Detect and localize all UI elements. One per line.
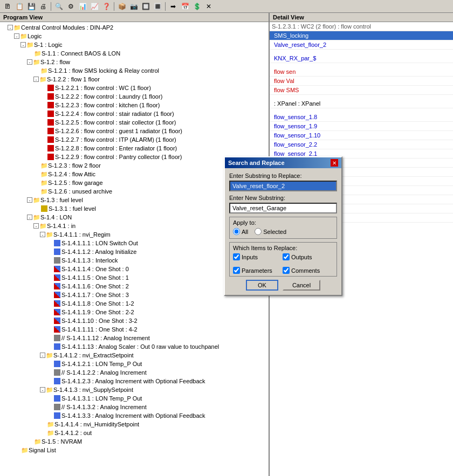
tree-item[interactable]: -📁Central Control Modules : DIN-AP2 bbox=[1, 23, 267, 32]
check-outputs-label[interactable]: Outputs bbox=[283, 253, 326, 260]
collapse-btn[interactable]: - bbox=[27, 215, 32, 220]
toolbar-icon-search[interactable]: 🔍 bbox=[53, 1, 64, 12]
tree-item[interactable]: -📁S-1 : Logic bbox=[1, 40, 267, 49]
toolbar-icon-cal[interactable]: 📅 bbox=[180, 1, 190, 12]
item-icon-blue bbox=[54, 412, 60, 419]
tree-item[interactable]: -📁S-1.4.1.2 : nvi_ExtractSetpoint bbox=[1, 351, 267, 360]
tree-item[interactable]: S-1.2.2.7 : flow control : ITP (ALARM) (… bbox=[1, 135, 267, 144]
tree-item[interactable]: // S-1.4.1.3.2 : Analog Increment bbox=[1, 403, 267, 411]
collapse-btn[interactable]: - bbox=[33, 77, 39, 82]
detail-item[interactable]: flow_sensor_1.8 bbox=[270, 113, 453, 122]
tree-item[interactable]: S-1.4.1.1.13 : Analog Scaler : Out 0 raw… bbox=[1, 342, 267, 351]
detail-header: S-1.2.3.1 : WC2 (2 floor) : flow control bbox=[270, 22, 453, 31]
tree-item[interactable]: S-1.4.1.3.3 : Analog Increment with Opti… bbox=[1, 411, 267, 420]
toolbar-icon-print[interactable]: 🖨 bbox=[38, 1, 49, 12]
tree-item[interactable]: S-1.2.2.4 : flow control : stair radiato… bbox=[1, 109, 267, 118]
detail-item[interactable]: : XPanel : XPanel bbox=[270, 99, 453, 108]
toolbar-icon-dollar[interactable]: 💲 bbox=[191, 1, 202, 12]
detail-item[interactable]: Valve_reset_floor_2 bbox=[270, 40, 453, 50]
check-comments-label[interactable]: Comments bbox=[283, 267, 326, 274]
tree-label: S-1.1 : Connect BAOS & LON bbox=[42, 50, 120, 57]
substring-input[interactable] bbox=[229, 181, 337, 191]
tree-item[interactable]: S-1.2.2.6 : flow control : guest 1 radia… bbox=[1, 127, 267, 135]
collapse-btn[interactable]: - bbox=[40, 387, 45, 392]
collapse-btn[interactable]: - bbox=[20, 42, 26, 47]
toolbar-icon-box2[interactable]: 🔳 bbox=[152, 1, 163, 12]
detail-item[interactable]: flow sen bbox=[270, 67, 453, 77]
check-inputs-label[interactable]: Inputs bbox=[233, 253, 276, 260]
tree-item[interactable]: S-1.4.1.1.11 : One Shot : 4-2 bbox=[1, 325, 267, 334]
tree-item[interactable]: S-1.4.1.2.3 : Analog Increment with Opti… bbox=[1, 377, 267, 385]
item-icon-red bbox=[47, 136, 54, 143]
tree-item[interactable]: -📁S-1.4.1.3 : nvi_SupplySetpoint bbox=[1, 385, 267, 394]
toolbar-icon-close[interactable]: ✕ bbox=[203, 1, 214, 12]
tree-item[interactable]: S-1.2.2.8 : flow control : Enter radiato… bbox=[1, 144, 267, 153]
tree-item[interactable]: S-1.4.1.1.9 : One Shot : 2-2 bbox=[1, 308, 267, 316]
collapse-btn[interactable]: - bbox=[40, 232, 45, 237]
check-outputs[interactable] bbox=[283, 253, 290, 260]
radio-selected[interactable] bbox=[255, 228, 262, 235]
substring-label: Enter Substring to Replace: bbox=[229, 173, 337, 179]
check-parameters-label[interactable]: Parameters bbox=[233, 267, 276, 274]
tree-item[interactable]: -📁S-1.2.2 : flow 1 floor bbox=[1, 75, 267, 84]
tree-item[interactable]: // S-1.4.1.2.2 : Analog Increment bbox=[1, 368, 267, 377]
tree-item[interactable]: -📁Logic bbox=[1, 32, 267, 40]
toolbar-icon-pkg[interactable]: 📦 bbox=[116, 1, 127, 12]
tree-item[interactable]: S-1.4.1.1.10 : One Shot : 3-2 bbox=[1, 316, 267, 325]
detail-item[interactable]: flow_sensor_2.2 bbox=[270, 140, 453, 149]
tree-item[interactable]: S-1.4.1.2.1 : LON Temp_P Out bbox=[1, 360, 267, 368]
tree-item[interactable]: S-1.4.1.1.8 : One Shot : 1-2 bbox=[1, 299, 267, 308]
collapse-btn[interactable]: - bbox=[14, 33, 19, 39]
cancel-button[interactable]: Cancel bbox=[283, 280, 320, 291]
new-substring-input[interactable] bbox=[229, 203, 337, 213]
radio-all-label[interactable]: All bbox=[233, 228, 248, 235]
tree-item[interactable]: 📁S-1.4.1.4 : nvi_HumiditySetpoint bbox=[1, 420, 267, 429]
check-outputs-text: Outputs bbox=[291, 254, 312, 260]
collapse-btn[interactable]: - bbox=[33, 223, 39, 229]
tree-label: S-1.2.2.4 : flow control : stair radiato… bbox=[55, 111, 174, 117]
check-inputs[interactable] bbox=[233, 253, 240, 260]
toolbar-icon-new[interactable]: 🖹 bbox=[2, 1, 13, 12]
detail-item[interactable]: flow_sensor_1.9 bbox=[270, 122, 453, 131]
toolbar-icon-chart[interactable]: 📊 bbox=[77, 1, 88, 12]
tree-item[interactable]: 📁S-1.5 : NVRAM bbox=[1, 437, 267, 446]
ok-button[interactable]: OK bbox=[246, 280, 278, 291]
tree-item[interactable]: S-1.2.2.5 : flow control : stair collect… bbox=[1, 118, 267, 127]
tree-item[interactable]: S-1.2.2.1 : flow control : WC (1 floor) bbox=[1, 84, 267, 92]
toolbar-sep-3 bbox=[165, 2, 166, 11]
collapse-btn[interactable]: - bbox=[27, 197, 32, 203]
toolbar-icon-cam[interactable]: 📷 bbox=[128, 1, 139, 12]
detail-item[interactable]: flow Val bbox=[270, 77, 453, 86]
tree-item[interactable]: 📁Signal List bbox=[1, 446, 267, 454]
check-comments[interactable] bbox=[283, 267, 290, 274]
tree-item[interactable]: S-1.2.2.3 : flow control : kitchen (1 fl… bbox=[1, 101, 267, 109]
toolbar-icon-help[interactable]: ❓ bbox=[101, 1, 112, 12]
toolbar-icon-save[interactable]: 💾 bbox=[26, 1, 37, 12]
tree-item[interactable]: // S-1.4.1.1.12 : Analog Increment bbox=[1, 334, 267, 342]
radio-selected-label[interactable]: Selected bbox=[255, 228, 286, 235]
detail-item[interactable]: flow_sensor_1.10 bbox=[270, 131, 453, 140]
toolbar-icon-box1[interactable]: 🔲 bbox=[140, 1, 151, 12]
collapse-btn[interactable]: - bbox=[40, 353, 45, 358]
radio-all[interactable] bbox=[233, 228, 240, 235]
detail-item[interactable]: flow SMS bbox=[270, 86, 453, 95]
which-items-group: Which Items to Replace: Inputs Outputs P… bbox=[229, 242, 337, 277]
detail-item[interactable]: SMS_locking bbox=[270, 31, 453, 40]
tree-item[interactable]: S-1.4.1.3.1 : LON Temp_P Out bbox=[1, 394, 267, 403]
collapse-btn[interactable]: - bbox=[8, 25, 13, 30]
tree-item[interactable]: S-1.2.2.2 : flow control : Laundry (1 fl… bbox=[1, 92, 267, 101]
toolbar-icon-copy[interactable]: 📋 bbox=[14, 1, 25, 12]
item-icon-red bbox=[47, 111, 54, 117]
tree-item[interactable]: 📁S-1.1 : Connect BAOS & LON bbox=[1, 49, 267, 58]
toolbar-icon-settings[interactable]: ⚙ bbox=[65, 1, 76, 12]
item-icon-gray bbox=[54, 404, 60, 410]
dialog-close-button[interactable]: ✕ bbox=[331, 159, 338, 167]
tree-item[interactable]: 📁S-1.2.1 : flow SMS locking & Relay cont… bbox=[1, 66, 267, 75]
tree-item[interactable]: -📁S-1.2 : flow bbox=[1, 58, 267, 66]
toolbar-icon-arrow[interactable]: ➡ bbox=[168, 1, 179, 12]
tree-item[interactable]: 📁S-1.4.1.2 : out bbox=[1, 429, 267, 437]
toolbar-icon-data[interactable]: 📈 bbox=[89, 1, 100, 12]
collapse-btn[interactable]: - bbox=[27, 59, 32, 65]
detail-item[interactable]: KNX_RX_par_$ bbox=[270, 54, 453, 63]
check-parameters[interactable] bbox=[233, 267, 240, 274]
